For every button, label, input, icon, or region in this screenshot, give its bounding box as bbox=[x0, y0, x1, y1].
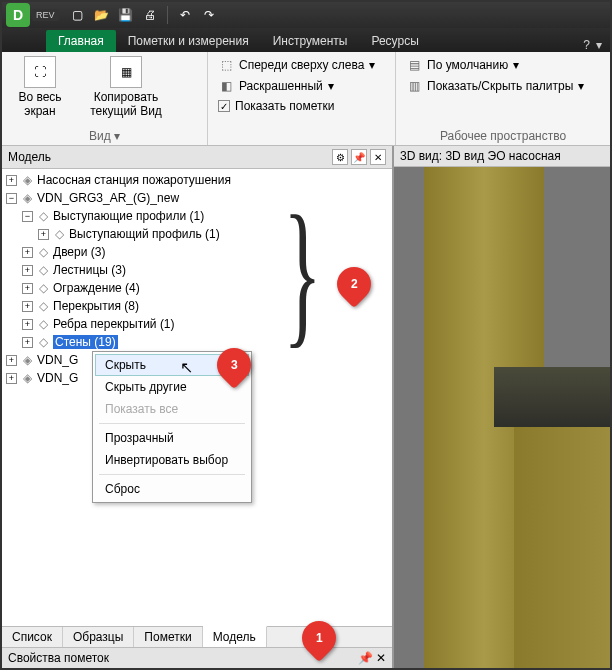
cube-icon: ◈ bbox=[20, 173, 34, 187]
layer-icon: ◇ bbox=[36, 263, 50, 277]
copy-view-button[interactable]: ▦ Копировать текущий Вид bbox=[78, 56, 174, 118]
chevron-down-icon: ▾ bbox=[369, 58, 375, 72]
palettes-label: Показать/Скрыть палитры bbox=[427, 79, 573, 93]
tab-tools[interactable]: Инструменты bbox=[261, 30, 360, 52]
expand-icon[interactable]: + bbox=[22, 283, 33, 294]
render-mode-button[interactable]: ◧ Раскрашенный ▾ bbox=[216, 77, 377, 95]
tree-node[interactable]: −◈VDN_GRG3_AR_(G)_new bbox=[2, 189, 392, 207]
tab-list[interactable]: Список bbox=[2, 627, 63, 647]
tab-markups[interactable]: Пометки bbox=[134, 627, 202, 647]
tab-samples[interactable]: Образцы bbox=[63, 627, 134, 647]
copy-view-label: Копировать текущий Вид bbox=[78, 90, 174, 118]
search-icon[interactable]: ▾ bbox=[596, 38, 602, 52]
model-panel-header: Модель ⚙ 📌 ✕ bbox=[2, 146, 392, 169]
tree-label: VDN_GRG3_AR_(G)_new bbox=[37, 191, 179, 205]
layer-icon: ◇ bbox=[36, 317, 50, 331]
help-icon[interactable]: ? bbox=[583, 38, 590, 52]
workspace-default-button[interactable]: ▤ По умолчанию ▾ bbox=[404, 56, 586, 74]
3d-viewport[interactable] bbox=[394, 167, 610, 668]
print-icon[interactable]: 🖨 bbox=[139, 4, 161, 26]
view-panel-header: 3D вид: 3D вид ЭО насосная bbox=[394, 146, 610, 167]
palettes-icon: ▥ bbox=[406, 78, 422, 94]
ribbon: ⛶ Во весь экран ▦ Копировать текущий Вид… bbox=[2, 52, 610, 146]
tree-node[interactable]: +◇Лестницы (3) bbox=[2, 261, 392, 279]
tree-label: Выступающие профили (1) bbox=[53, 209, 204, 223]
ctx-reset[interactable]: Сброс bbox=[95, 478, 249, 500]
panel-config-icon[interactable]: ⚙ bbox=[332, 149, 348, 165]
panel-close-icon[interactable]: ✕ bbox=[376, 651, 386, 665]
show-markups-toggle[interactable]: ✓ Показать пометки bbox=[216, 98, 377, 114]
panel-close-icon[interactable]: ✕ bbox=[370, 149, 386, 165]
panel-pin-icon[interactable]: 📌 bbox=[351, 149, 367, 165]
new-icon[interactable]: ▢ bbox=[67, 4, 89, 26]
cube-icon: ◈ bbox=[20, 191, 34, 205]
render-mode-label: Раскрашенный bbox=[239, 79, 323, 93]
expand-icon[interactable]: + bbox=[6, 175, 17, 186]
chevron-down-icon: ▾ bbox=[328, 79, 334, 93]
view-direction-button[interactable]: ⬚ Спереди сверху слева ▾ bbox=[216, 56, 377, 74]
expand-icon[interactable]: + bbox=[22, 337, 33, 348]
checkbox-icon: ✓ bbox=[218, 100, 230, 112]
curly-brace-annotation: } bbox=[283, 192, 321, 352]
layer-icon: ◇ bbox=[36, 245, 50, 259]
cube-icon: ⬚ bbox=[218, 57, 234, 73]
expand-icon[interactable]: + bbox=[22, 265, 33, 276]
layer-icon: ◇ bbox=[36, 281, 50, 295]
tree-node[interactable]: +◇Ограждение (4) bbox=[2, 279, 392, 297]
tree-label: VDN_G bbox=[37, 353, 78, 367]
tree-label: Выступающий профиль (1) bbox=[69, 227, 220, 241]
expand-icon[interactable]: + bbox=[22, 247, 33, 258]
ribbon-group-view: ⛶ Во весь экран ▦ Копировать текущий Вид… bbox=[2, 52, 208, 145]
tree-node[interactable]: +◇Двери (3) bbox=[2, 243, 392, 261]
panel-pin-icon[interactable]: 📌 bbox=[358, 651, 373, 665]
open-icon[interactable]: 📂 bbox=[91, 4, 113, 26]
tree-label: Насосная станция пожаротушения bbox=[37, 173, 231, 187]
app-logo: D bbox=[6, 3, 30, 27]
expand-icon[interactable]: + bbox=[6, 355, 17, 366]
show-markups-label: Показать пометки bbox=[235, 99, 335, 113]
ribbon-group-workspace: ▤ По умолчанию ▾ ▥ Показать/Скрыть палит… bbox=[396, 52, 610, 145]
model-wall bbox=[514, 427, 610, 668]
tab-home[interactable]: Главная bbox=[46, 30, 116, 52]
separator bbox=[167, 6, 168, 24]
separator bbox=[99, 474, 245, 475]
separator bbox=[99, 423, 245, 424]
tree-node-root[interactable]: +◈Насосная станция пожаротушения bbox=[2, 171, 392, 189]
tab-model[interactable]: Модель bbox=[203, 626, 267, 647]
props-panel-title: Свойства пометок bbox=[8, 651, 109, 665]
tree-label: Перекрытия (8) bbox=[53, 299, 139, 313]
ctx-invert[interactable]: Инвертировать выбор bbox=[95, 449, 249, 471]
redo-icon[interactable]: ↷ bbox=[198, 4, 220, 26]
tree-node[interactable]: +◇Выступающий профиль (1) bbox=[2, 225, 392, 243]
view-panel: 3D вид: 3D вид ЭО насосная bbox=[394, 146, 610, 668]
tree-node[interactable]: +◇Ребра перекрытий (1) bbox=[2, 315, 392, 333]
palettes-button[interactable]: ▥ Показать/Скрыть палитры ▾ bbox=[404, 77, 586, 95]
render-icon: ◧ bbox=[218, 78, 234, 94]
group-view-title: Вид ▾ bbox=[10, 127, 199, 143]
copy-view-icon: ▦ bbox=[110, 56, 142, 88]
tree-label: Двери (3) bbox=[53, 245, 105, 259]
expand-icon[interactable]: + bbox=[38, 229, 49, 240]
save-icon[interactable]: 💾 bbox=[115, 4, 137, 26]
tree-node-selected[interactable]: +◇Стены (19) bbox=[2, 333, 392, 351]
tab-markup[interactable]: Пометки и измерения bbox=[116, 30, 261, 52]
ctx-transparent[interactable]: Прозрачный bbox=[95, 427, 249, 449]
fullscreen-label: Во весь экран bbox=[10, 90, 70, 118]
tab-resources[interactable]: Ресурсы bbox=[359, 30, 430, 52]
fullscreen-button[interactable]: ⛶ Во весь экран bbox=[10, 56, 70, 118]
expand-icon[interactable]: + bbox=[6, 373, 17, 384]
model-panel-title: Модель bbox=[8, 150, 51, 164]
tree-label: VDN_G bbox=[37, 371, 78, 385]
expand-icon[interactable]: + bbox=[22, 319, 33, 330]
tree-label: Стены (19) bbox=[53, 335, 118, 349]
collapse-icon[interactable]: − bbox=[6, 193, 17, 204]
cursor-icon: ↖ bbox=[180, 358, 193, 377]
props-panel-header: Свойства пометок 📌 ✕ bbox=[2, 647, 392, 668]
collapse-icon[interactable]: − bbox=[22, 211, 33, 222]
tree-node[interactable]: −◇Выступающие профили (1) bbox=[2, 207, 392, 225]
expand-icon[interactable]: + bbox=[22, 301, 33, 312]
undo-icon[interactable]: ↶ bbox=[174, 4, 196, 26]
tree-node[interactable]: +◇Перекрытия (8) bbox=[2, 297, 392, 315]
layer-icon: ◇ bbox=[36, 335, 50, 349]
layer-icon: ◇ bbox=[52, 227, 66, 241]
